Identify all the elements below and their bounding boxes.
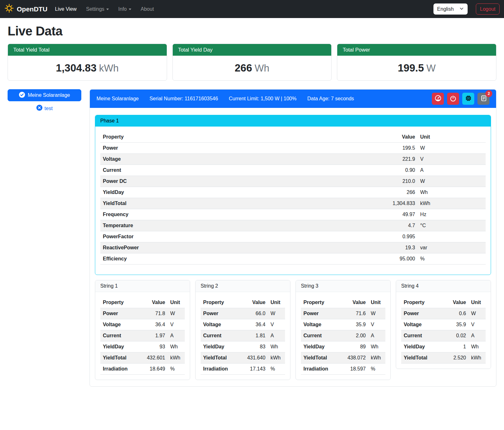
row-value: 71.6 [339, 308, 368, 319]
row-value: 66.0 [238, 308, 268, 319]
table-row: YieldDay 266 Wh [100, 187, 486, 198]
row-unit: kWh [368, 352, 385, 364]
string-1-table: Property Value Unit Power [100, 297, 185, 375]
col-value: Value [238, 297, 268, 308]
nav-item-about[interactable]: About [141, 6, 154, 12]
row-value: 93 [138, 341, 168, 352]
inverter-panel: Meine Solaranlage Serial Number: 1161716… [90, 89, 496, 387]
brand[interactable]: OpenDTU [4, 3, 47, 15]
row-unit: Wh [268, 341, 285, 352]
event-log-button[interactable]: 2 [477, 93, 489, 105]
table-row: PowerFactor 0.995 [100, 231, 486, 242]
row-unit: W [418, 176, 486, 187]
power-icon [450, 95, 456, 103]
row-property: Current [301, 330, 339, 341]
table-row: Power 66.0 W [201, 308, 285, 319]
table-header-row: Property Value Unit [100, 297, 185, 308]
row-unit: V [469, 319, 486, 330]
row-value: 35.9 [442, 319, 469, 330]
metric-value: 199.5 [398, 62, 424, 74]
col-property: Property [100, 132, 290, 143]
row-unit: kWh [418, 198, 486, 209]
row-property: Power [301, 308, 339, 319]
table-row: Power 71.8 W [100, 308, 185, 319]
table-row: Voltage 36.4 V [201, 319, 285, 330]
card-total-power: Total Power 199.5W [337, 44, 496, 81]
row-value: 210.0 [290, 176, 418, 187]
row-unit: % [268, 364, 285, 375]
row-value: 0.6 [442, 308, 469, 319]
row-unit: A [418, 165, 486, 176]
device-info-button[interactable] [462, 93, 474, 105]
row-unit: % [368, 364, 385, 375]
row-property: YieldTotal [301, 352, 339, 364]
table-header-row: Property Value Unit [201, 297, 285, 308]
row-value: 89 [339, 341, 368, 352]
phase-title: Phase 1 [95, 115, 491, 127]
col-property: Property [301, 297, 339, 308]
table-row: Power DC 210.0 W [100, 176, 486, 187]
row-value: 36.4 [238, 319, 268, 330]
row-unit: W [268, 308, 285, 319]
row-unit: % [418, 253, 486, 265]
row-value: 1,304.833 [290, 198, 418, 209]
metric-unit: Wh [255, 63, 270, 74]
col-property: Property [100, 297, 138, 308]
row-unit: kWh [268, 352, 285, 364]
x-circle-icon [36, 105, 42, 112]
table-row: Temperature 4.7 °C [100, 220, 486, 231]
row-unit: Hz [418, 209, 486, 220]
string-2-card: String 2 Property Value Unit [195, 280, 290, 380]
chevron-down-icon [459, 6, 464, 12]
row-value: 266 [290, 187, 418, 198]
sidebar-item-meine-solaranlage[interactable]: Meine Solaranlage [8, 89, 81, 101]
row-unit: Wh [418, 187, 486, 198]
power-button[interactable] [447, 93, 459, 105]
language-select[interactable]: English [433, 3, 468, 15]
table-row: YieldDay 89 Wh [301, 341, 385, 352]
col-value: Value [290, 132, 418, 143]
row-unit: W [418, 143, 486, 154]
string-4-table: Property Value Unit Power [401, 297, 486, 364]
row-unit: Wh [168, 341, 185, 352]
col-unit: Unit [469, 297, 486, 308]
sidebar-item-test[interactable]: test [8, 105, 81, 112]
row-property: Irradiation [201, 364, 238, 375]
col-unit: Unit [168, 297, 185, 308]
row-value: 4.7 [290, 220, 418, 231]
chevron-down-icon [129, 9, 131, 10]
table-row: YieldTotal 1,304.833 kWh [100, 198, 486, 209]
strings-row: String 1 Property Value Unit [95, 280, 491, 380]
table-row: Power 71.6 W [301, 308, 385, 319]
nav-item-settings[interactable]: Settings [86, 6, 109, 12]
row-property: YieldTotal [401, 352, 442, 364]
inverter-actions: 2 [432, 93, 489, 105]
nav-item-info[interactable]: Info [118, 6, 131, 12]
string-title: String 2 [196, 280, 290, 292]
speedometer-icon [435, 95, 441, 103]
row-unit: W [469, 308, 486, 319]
row-unit: V [368, 319, 385, 330]
row-property: ReactivePower [100, 242, 290, 253]
string-title: String 1 [95, 280, 190, 292]
card-total-yield-total: Total Yield Total 1,304.83kWh [8, 44, 167, 81]
nav-item-live-view[interactable]: Live View [55, 6, 77, 12]
phase-table: Property Value Unit Power [100, 132, 486, 265]
limit-settings-button[interactable] [432, 93, 444, 105]
row-unit: W [168, 308, 185, 319]
row-value: 36.4 [138, 319, 168, 330]
string-title: String 3 [296, 280, 390, 292]
summary-cards-row: Total Yield Total 1,304.83kWh Total Yiel… [8, 44, 496, 81]
table-row: YieldTotal 438.072 kWh [301, 352, 385, 364]
string-2-table: Property Value Unit Power [201, 297, 285, 375]
row-property: YieldDay [401, 341, 442, 352]
row-value: 0.02 [442, 330, 469, 341]
table-row: Current 0.02 A [401, 330, 486, 341]
row-property: Voltage [100, 319, 138, 330]
row-value: 1 [442, 341, 469, 352]
logout-button[interactable]: Logout [476, 3, 500, 15]
navbar-right: English Logout [433, 3, 500, 15]
table-row: Voltage 221.9 V [100, 154, 486, 165]
table-row: Voltage 35.9 V [301, 319, 385, 330]
table-row: Efficiency 95.000 % [100, 253, 486, 265]
